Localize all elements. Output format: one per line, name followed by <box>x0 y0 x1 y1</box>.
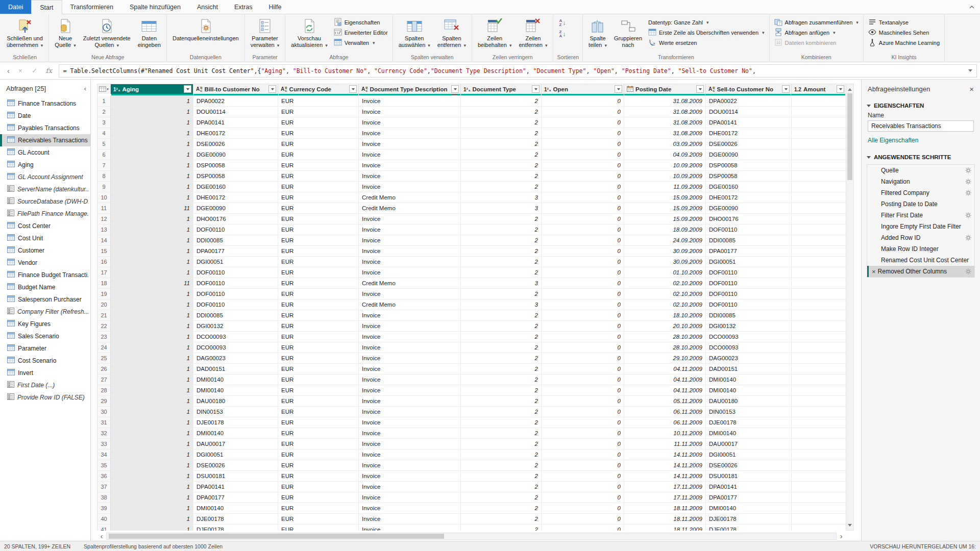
all-properties-link[interactable]: Alle Eigenschaften <box>862 137 980 153</box>
cell-amount[interactable] <box>792 310 846 321</box>
applied-step-filtered-company[interactable]: Filtered Company <box>867 187 974 198</box>
cell-aging[interactable]: 1 <box>111 482 193 492</box>
cell-document-type[interactable]: 2 <box>461 364 542 374</box>
column-header-document-type[interactable]: 1²₃Document Type <box>461 84 542 94</box>
row-number[interactable]: 28 <box>97 385 111 396</box>
cell-document-type[interactable]: 2 <box>461 428 542 439</box>
cell-currency-code[interactable]: EUR <box>278 182 359 192</box>
cell-document-type[interactable]: 2 <box>461 128 542 139</box>
applied-step-posting-date-to-date[interactable]: Posting Date to Date <box>867 198 974 210</box>
cell-posting-date[interactable]: 18.11.2009 <box>624 514 706 524</box>
cell-bill-to-customer-no[interactable]: DPA00022 <box>193 96 278 107</box>
step-settings-gear-icon[interactable] <box>965 167 971 173</box>
row-number[interactable]: 21 <box>97 310 111 321</box>
row-number[interactable]: 40 <box>97 514 111 524</box>
row-number[interactable]: 13 <box>97 224 111 235</box>
cell-document-type-description[interactable]: Invoice <box>359 149 461 160</box>
cell-amount[interactable] <box>792 246 846 257</box>
cell-document-type-description[interactable]: Invoice <box>359 96 461 107</box>
cell-posting-date[interactable]: 28.10.2009 <box>624 332 706 342</box>
row-number[interactable]: 29 <box>97 396 111 407</box>
cell-open[interactable]: 0 <box>542 471 624 482</box>
cell-posting-date[interactable]: 17.11.2009 <box>624 482 706 492</box>
cell-aging[interactable]: 1 <box>111 407 193 417</box>
cell-document-type-description[interactable]: Credit Memo <box>359 278 461 289</box>
cell-document-type[interactable]: 2 <box>461 482 542 492</box>
delete-step-icon[interactable]: × <box>872 268 876 276</box>
row-number[interactable]: 19 <box>97 289 111 299</box>
cell-currency-code[interactable]: EUR <box>278 128 359 139</box>
cell-aging[interactable]: 1 <box>111 299 193 310</box>
sort-ascending-icon[interactable]: AZ↓ <box>559 19 566 27</box>
cell-amount[interactable] <box>792 192 846 203</box>
applied-step-filter-first-date[interactable]: Filter First Date <box>867 210 974 221</box>
cell-document-type-description[interactable]: Invoice <box>359 471 461 482</box>
applied-step-make-row-id-integer[interactable]: Make Row ID Integer <box>867 243 974 255</box>
cell-bill-to-customer-no[interactable]: DDI00085 <box>193 310 278 321</box>
cell-sell-to-customer-no[interactable]: DIN00153 <box>706 407 792 417</box>
cell-currency-code[interactable]: EUR <box>278 214 359 224</box>
cell-aging[interactable]: 1 <box>111 503 193 514</box>
cell-document-type[interactable]: 3 <box>461 299 542 310</box>
cell-bill-to-customer-no[interactable]: DAG00023 <box>193 353 278 364</box>
step-settings-gear-icon[interactable] <box>965 212 971 218</box>
cell-sell-to-customer-no[interactable]: DOF00110 <box>706 299 792 310</box>
cell-open[interactable]: 0 <box>542 428 624 439</box>
column-filter-button[interactable] <box>268 85 276 93</box>
cell-document-type[interactable]: 2 <box>461 503 542 514</box>
sidebar-item-finance-budget-transacti[interactable]: Finance Budget Transacti... <box>0 269 90 281</box>
cell-bill-to-customer-no[interactable]: DOF00110 <box>193 224 278 235</box>
cell-currency-code[interactable]: EUR <box>278 192 359 203</box>
row-number[interactable]: 14 <box>97 235 111 246</box>
cell-posting-date[interactable]: 15.09.2009 <box>624 214 706 224</box>
cell-posting-date[interactable]: 06.11.2009 <box>624 407 706 417</box>
step-settings-gear-icon[interactable] <box>965 190 971 196</box>
cell-sell-to-customer-no[interactable]: DHE00172 <box>706 192 792 203</box>
cell-currency-code[interactable]: EUR <box>278 299 359 310</box>
cell-currency-code[interactable]: EUR <box>278 439 359 449</box>
cell-document-type-description[interactable]: Invoice <box>359 503 461 514</box>
recent-sources-button[interactable]: Zuletzt verwendeteQuellen ▾ <box>80 16 134 50</box>
split-column-button[interactable]: Spalteteilen ▾ <box>585 16 610 50</box>
applied-steps-section-header[interactable]: ANGEWENDETE SCHRITTE <box>862 153 980 163</box>
cell-sell-to-customer-no[interactable]: DPA00177 <box>706 492 792 503</box>
sidebar-item-company-filter-refresh[interactable]: Company Filter (Refresh... <box>0 306 90 318</box>
column-header-currency-code[interactable]: ABCCurrency Code <box>278 84 359 94</box>
cell-document-type-description[interactable]: Credit Memo <box>359 203 461 214</box>
cell-amount[interactable] <box>792 203 846 214</box>
queries-pane-collapse-arrow[interactable]: ‹ <box>84 85 86 92</box>
formula-cancel-icon[interactable]: × <box>14 67 27 74</box>
cell-sell-to-customer-no[interactable]: DDI00085 <box>706 310 792 321</box>
cell-posting-date[interactable]: 10.11.2009 <box>624 428 706 439</box>
cell-aging[interactable]: 1 <box>111 310 193 321</box>
new-source-button[interactable]: NeueQuelle ▾ <box>52 16 79 50</box>
cell-aging[interactable]: 1 <box>111 385 193 396</box>
cell-document-type[interactable]: 2 <box>461 224 542 235</box>
cell-sell-to-customer-no[interactable]: DHO00176 <box>706 214 792 224</box>
row-number[interactable]: 2 <box>97 107 111 117</box>
cell-amount[interactable] <box>792 235 846 246</box>
cell-document-type-description[interactable]: Invoice <box>359 257 461 267</box>
cell-currency-code[interactable]: EUR <box>278 374 359 385</box>
menu-tab-ansicht[interactable]: Ansicht <box>189 0 226 14</box>
cell-aging[interactable]: 1 <box>111 224 193 235</box>
profiling-info[interactable]: Spaltenprofilerstellung basierend auf ob… <box>84 543 223 549</box>
cell-sell-to-customer-no[interactable]: DOU00114 <box>706 107 792 117</box>
properties-button[interactable]: Eigenschaften <box>334 18 388 27</box>
cell-document-type[interactable]: 2 <box>461 289 542 299</box>
cell-sell-to-customer-no[interactable]: DCO00093 <box>706 332 792 342</box>
row-number[interactable]: 10 <box>97 192 111 203</box>
cell-bill-to-customer-no[interactable]: DGE00090 <box>193 203 278 214</box>
cell-bill-to-customer-no[interactable]: DSU00181 <box>193 471 278 482</box>
cell-open[interactable]: 0 <box>542 235 624 246</box>
cell-open[interactable]: 0 <box>542 407 624 417</box>
cell-open[interactable]: 0 <box>542 107 624 117</box>
cell-sell-to-customer-no[interactable]: DJE00178 <box>706 514 792 524</box>
cell-aging[interactable]: 1 <box>111 374 193 385</box>
cell-open[interactable]: 0 <box>542 396 624 407</box>
cell-document-type[interactable]: 2 <box>461 117 542 128</box>
remove-rows-button[interactable]: Zeilenentfernen ▾ <box>516 16 550 50</box>
cell-currency-code[interactable]: EUR <box>278 160 359 171</box>
cell-document-type[interactable]: 2 <box>461 385 542 396</box>
cell-bill-to-customer-no[interactable]: DCO00093 <box>193 332 278 342</box>
